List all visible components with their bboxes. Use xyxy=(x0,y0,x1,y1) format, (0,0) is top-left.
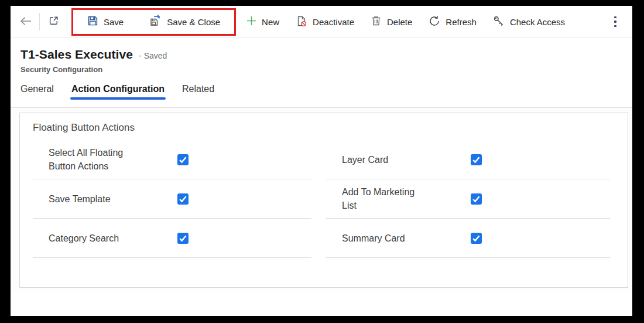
refresh-label: Refresh xyxy=(446,17,477,27)
field-label: Category Search xyxy=(49,232,136,245)
popout-button[interactable] xyxy=(42,10,65,33)
row-select-all-floating-button-actions: Select All Floating Button Actions xyxy=(33,140,311,179)
checkbox-add-to-marketing-list[interactable] xyxy=(471,193,482,205)
tab-related[interactable]: Related xyxy=(182,84,214,100)
form-tabs: General Action Configuration Related xyxy=(20,84,632,100)
toolbar-divider xyxy=(39,13,40,30)
field-label: Layer Card xyxy=(342,153,430,166)
toolbar-divider xyxy=(67,13,67,30)
save-highlight-box: Save Save & Close xyxy=(71,8,236,36)
checkbox-category-search[interactable] xyxy=(177,233,189,244)
checkbox-grid: Select All Floating Button Actions Layer… xyxy=(20,140,628,258)
deactivate-label: Deactivate xyxy=(313,17,354,27)
save-status-badge: - Saved xyxy=(139,51,167,60)
more-commands-button[interactable] xyxy=(605,10,625,33)
field-label: Summary Card xyxy=(342,232,430,245)
save-and-close-label: Save & Close xyxy=(167,17,220,27)
deactivate-icon xyxy=(296,15,307,29)
tab-action-configuration[interactable]: Action Configuration xyxy=(71,84,165,100)
save-and-close-button[interactable]: Save & Close xyxy=(141,10,228,33)
back-arrow-icon xyxy=(19,16,32,28)
save-button[interactable]: Save xyxy=(79,10,132,33)
checkmark-icon xyxy=(471,193,482,205)
deactivate-button[interactable]: Deactivate xyxy=(287,10,362,33)
save-and-close-icon xyxy=(149,15,162,29)
checkbox-summary-card[interactable] xyxy=(471,233,482,244)
back-button[interactable] xyxy=(14,10,37,33)
new-button[interactable]: New xyxy=(238,10,287,33)
vertical-ellipsis-icon xyxy=(614,16,616,28)
check-access-button[interactable]: Check Access xyxy=(485,10,573,33)
checkbox-select-all-floating-button-actions[interactable] xyxy=(177,154,189,165)
checkmark-icon xyxy=(471,154,482,165)
refresh-icon xyxy=(429,15,440,29)
key-icon xyxy=(493,15,505,29)
app-window: Save Save & Close N xyxy=(11,6,632,316)
row-category-search: Category Search xyxy=(33,219,311,258)
form-body: Floating Button Actions Select All Float… xyxy=(11,108,632,293)
field-label: Add To Marketing List xyxy=(342,185,430,212)
delete-label: Delete xyxy=(387,17,412,27)
row-add-to-marketing-list: Add To Marketing List xyxy=(326,179,610,219)
floating-button-actions-section: Floating Button Actions Select All Float… xyxy=(19,113,628,288)
plus-icon xyxy=(246,16,256,28)
checkmark-icon xyxy=(177,193,189,205)
section-heading: Floating Button Actions xyxy=(33,122,628,134)
delete-button[interactable]: Delete xyxy=(362,10,420,33)
row-save-template: Save Template xyxy=(33,179,311,219)
page-title: T1-Sales Executive xyxy=(20,47,133,62)
checkmark-icon xyxy=(177,154,189,165)
row-summary-card: Summary Card xyxy=(326,219,610,258)
checkbox-layer-card[interactable] xyxy=(471,154,482,165)
record-header: T1-Sales Executive - Saved Security Conf… xyxy=(11,38,632,74)
new-label: New xyxy=(262,17,279,27)
check-access-label: Check Access xyxy=(510,17,565,27)
command-bar: Save Save & Close N xyxy=(11,6,632,38)
save-icon xyxy=(87,15,98,28)
popout-icon xyxy=(48,15,59,28)
entity-subtitle: Security Configuration xyxy=(20,65,632,74)
checkmark-icon xyxy=(177,233,189,244)
save-label: Save xyxy=(104,17,124,27)
refresh-button[interactable]: Refresh xyxy=(420,10,485,33)
field-label: Save Template xyxy=(49,192,136,206)
trash-icon xyxy=(371,15,382,28)
row-layer-card: Layer Card xyxy=(326,140,610,179)
tab-general[interactable]: General xyxy=(20,84,54,100)
field-label: Select All Floating Button Actions xyxy=(49,146,136,173)
checkmark-icon xyxy=(471,233,482,244)
checkbox-save-template[interactable] xyxy=(177,193,189,205)
